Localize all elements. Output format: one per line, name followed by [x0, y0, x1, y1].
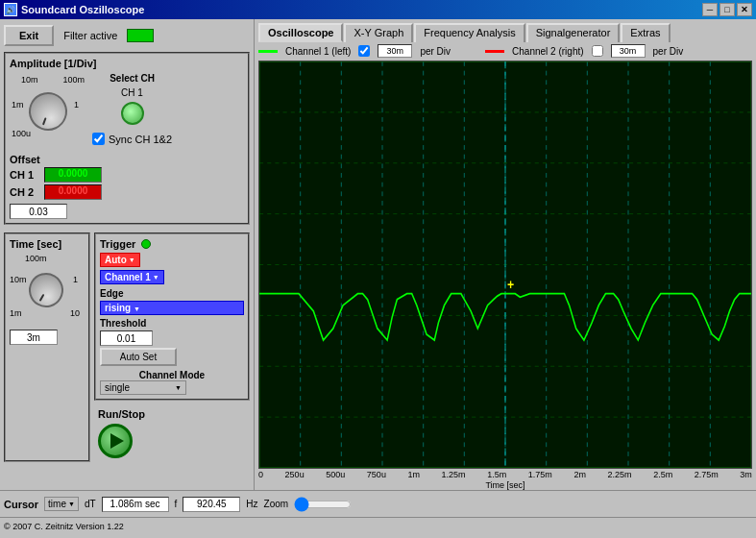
trigger-ch-row: Channel 1 ▼	[100, 270, 244, 284]
tab-signalgenerator[interactable]: Signalgenerator	[526, 23, 621, 42]
channel-info-row: Channel 1 (left) per Div Channel 2 (righ…	[258, 44, 752, 58]
offset-ch1-label: CH 1	[10, 169, 38, 181]
x-axis-labels: 0 250u 500u 750u 1m 1.25m 1.5m 1.75m 2m …	[258, 469, 752, 480]
trigger-channel-label: Channel 1	[105, 272, 151, 282]
trigger-channel-dropdown[interactable]: Channel 1 ▼	[100, 270, 164, 284]
offset-ch2-label: CH 2	[10, 186, 38, 198]
edge-dropdown-row: rising ▼	[100, 301, 244, 315]
amp-label-1m: 1m	[12, 100, 24, 110]
ch2-per-div-input[interactable]	[611, 44, 646, 58]
app-title: Soundcard Oszilloscope	[21, 4, 144, 15]
edge-dropdown[interactable]: rising ▼	[100, 301, 244, 315]
x-label-275m: 2.75m	[695, 470, 719, 479]
trigger-title: Trigger	[100, 238, 135, 250]
edge-label: Edge	[100, 288, 123, 299]
time-section: Time [sec] 100m 10m 1 1m 10	[4, 232, 90, 462]
select-ch-area: Select CH CH 1 Sync CH 1&2	[92, 73, 172, 145]
osc-svg: +	[259, 61, 751, 468]
oscilloscope-display[interactable]: +	[258, 61, 752, 469]
time-label-10m: 10m	[10, 275, 27, 284]
ch1-indicator[interactable]	[121, 102, 144, 125]
channel-mode-arrow: ▼	[175, 384, 182, 391]
right-panel: Oscilloscope X-Y Graph Frequency Analysi…	[255, 19, 756, 490]
minimize-button[interactable]: ─	[702, 3, 718, 16]
exit-row: Exit Filter active	[4, 23, 250, 48]
x-label-225m: 2.25m	[608, 470, 632, 479]
x-label-125m: 1.25m	[442, 470, 466, 479]
ch1-color-indicator	[258, 50, 278, 53]
time-label-1: 1	[73, 275, 78, 284]
threshold-label: Threshold	[100, 318, 146, 329]
trigger-ch-arrow: ▼	[153, 274, 159, 281]
trigger-auto-label: Auto	[105, 255, 127, 265]
time-knob[interactable]	[22, 266, 69, 313]
trigger-indicator	[141, 239, 151, 249]
x-label-25m: 2.5m	[653, 470, 672, 479]
threshold-label-row: Threshold	[100, 317, 244, 329]
amplitude-value-input[interactable]	[10, 204, 67, 219]
amplitude-section: Amplitude [1/Div] 10m 100m 1m 1 100u	[4, 52, 250, 225]
x-label-3m: 3m	[740, 470, 752, 479]
ch2-color-indicator	[485, 50, 504, 53]
amplitude-controls: 10m 100m 1m 1 100u Select CH CH 1	[10, 73, 244, 150]
ch1-per-div-label: per Div	[420, 46, 451, 57]
sync-row: Sync CH 1&2	[92, 133, 172, 145]
tab-extras[interactable]: Extras	[621, 23, 670, 42]
f-label: f	[175, 499, 178, 509]
tab-frequency-analysis[interactable]: Frequency Analysis	[414, 23, 524, 42]
app-icon: 🔊	[4, 3, 17, 16]
channel-mode-value: single	[105, 382, 130, 393]
tab-oscilloscope[interactable]: Oscilloscope	[258, 23, 343, 42]
title-controls: ─ □ ✕	[702, 3, 752, 16]
bottom-bar: Cursor time ▼ dT 1.086m sec f 920.45 Hz …	[0, 490, 756, 517]
trigger-header: Trigger	[100, 238, 244, 250]
time-knob-indicator	[38, 293, 44, 301]
channel-mode-dropdown[interactable]: single ▼	[100, 380, 186, 395]
amp-label-100m: 100m	[62, 75, 85, 85]
sync-checkbox[interactable]	[92, 133, 105, 145]
close-button[interactable]: ✕	[737, 3, 752, 16]
channel-mode-label: Channel Mode	[100, 370, 244, 380]
ch2-visible-checkbox[interactable]	[592, 45, 603, 57]
offset-ch2-input[interactable]: 0.0000	[44, 184, 102, 200]
offset-ch1-input[interactable]: 0.0000	[44, 167, 102, 183]
cursor-type-dropdown[interactable]: time ▼	[44, 497, 79, 511]
offset-ch2-row: CH 2 0.0000	[10, 184, 244, 200]
amplitude-knob[interactable]	[23, 86, 72, 135]
offset-area: Offset CH 1 0.0000 CH 2 0.0000	[10, 154, 244, 200]
threshold-input[interactable]	[100, 330, 153, 346]
copyright-bar: © 2007 C. Zeitnitz Version 1.22	[0, 517, 756, 534]
ch1-per-div-input[interactable]	[378, 44, 412, 58]
ch1-visible-checkbox[interactable]	[358, 45, 370, 57]
x-label-15m: 1.5m	[487, 470, 506, 479]
trigger-auto-dropdown[interactable]: Auto ▼	[100, 253, 140, 267]
svg-text:+: +	[507, 277, 514, 292]
trigger-auto-arrow: ▼	[129, 257, 135, 263]
channel-mode-area: Channel Mode single ▼	[100, 370, 244, 395]
cursor-type-arrow: ▼	[68, 501, 75, 507]
time-knob-area: 100m 10m 1 1m 10	[10, 254, 82, 326]
tab-xy-graph[interactable]: X-Y Graph	[344, 23, 413, 42]
maximize-button[interactable]: □	[719, 3, 735, 16]
auto-set-button[interactable]: Auto Set	[100, 348, 177, 366]
time-value-input[interactable]	[10, 330, 58, 345]
x-label-1m: 1m	[407, 470, 420, 479]
play-icon	[110, 433, 124, 449]
title-bar-left: 🔊 Soundcard Oszilloscope	[4, 3, 144, 16]
f-value: 920.45	[197, 499, 227, 509]
x-label-500u: 500u	[326, 470, 345, 479]
trigger-runstop-area: Trigger Auto ▼ Channel 1	[94, 232, 250, 462]
edge-arrow: ▼	[134, 306, 140, 312]
sync-label: Sync CH 1&2	[109, 134, 172, 145]
run-stop-button[interactable]	[98, 424, 133, 458]
trigger-section: Trigger Auto ▼ Channel 1	[94, 232, 250, 401]
filter-label: Filter active	[63, 30, 117, 41]
amp-label-1: 1	[74, 100, 79, 110]
time-label-1m: 1m	[10, 308, 22, 318]
main-window: Exit Filter active Amplitude [1/Div] 10m…	[0, 19, 756, 538]
tab-bar: Oscilloscope X-Y Graph Frequency Analysi…	[258, 23, 752, 42]
run-stop-label: Run/Stop	[98, 408, 145, 420]
zoom-slider[interactable]	[294, 498, 352, 511]
exit-button[interactable]: Exit	[4, 25, 54, 46]
ch2-name: Channel 2 (right)	[512, 46, 583, 57]
